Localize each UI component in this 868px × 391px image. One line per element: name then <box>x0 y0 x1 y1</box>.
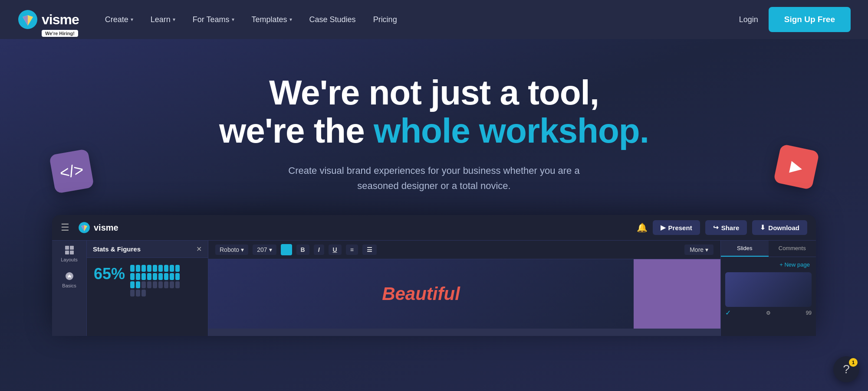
logo[interactable]: visme <box>17 9 79 30</box>
chevron-down-icon: ▾ <box>131 16 133 23</box>
person-dot <box>164 281 168 288</box>
nav-item-pricing[interactable]: Pricing <box>365 11 406 29</box>
person-dot <box>158 265 163 272</box>
person-dot <box>147 273 151 280</box>
chevron-down-icon: ▾ <box>269 246 272 253</box>
chevron-down-icon: ▾ <box>173 16 175 23</box>
hamburger-icon[interactable]: ☰ <box>61 222 69 233</box>
underline-button[interactable]: U <box>329 244 342 255</box>
canvas-area: Beautiful <box>208 259 720 329</box>
hero-subtitle: Create visual brand experiences for your… <box>282 163 586 193</box>
canvas-left: Beautiful <box>208 259 634 329</box>
logo-text: visme <box>42 12 79 28</box>
download-icon: ⬇ <box>760 224 766 231</box>
person-dot <box>153 273 157 280</box>
person-dot <box>141 281 146 288</box>
nav-item-forteams[interactable]: For Teams ▾ <box>184 11 243 29</box>
font-size-selector[interactable]: 207 ▾ <box>253 244 276 255</box>
app-topbar: ☰ visme 🔔 ▶ Present <box>52 215 816 241</box>
slide-thumbnail[interactable] <box>725 272 812 307</box>
person-dot <box>130 265 135 272</box>
italic-button[interactable]: I <box>314 244 324 255</box>
person-dot <box>147 281 151 288</box>
color-picker[interactable] <box>281 244 292 255</box>
person-dot <box>158 281 163 288</box>
svg-rect-10 <box>65 251 69 254</box>
person-dot <box>141 265 146 272</box>
svg-rect-8 <box>65 246 69 250</box>
nav-item-casestudies[interactable]: Case Studies <box>301 11 365 29</box>
person-dot <box>136 273 140 280</box>
person-dot <box>136 281 140 288</box>
chevron-down-icon: ▾ <box>241 246 244 253</box>
slides-tabs: Slides Comments <box>721 241 816 257</box>
chevron-down-icon: ▾ <box>232 16 234 23</box>
person-dot <box>175 281 180 288</box>
chevron-down-icon: ▾ <box>705 246 708 253</box>
person-dot <box>170 273 174 280</box>
tab-slides[interactable]: Slides <box>721 241 769 257</box>
app-preview: ☰ visme 🔔 ▶ Present <box>52 215 816 336</box>
person-dot <box>141 273 146 280</box>
canvas-text: Beautiful <box>382 283 460 304</box>
download-button[interactable]: ⬇ Download <box>752 220 807 235</box>
more-button[interactable]: More ▾ <box>684 244 713 255</box>
app-logo-text: visme <box>94 223 118 233</box>
app-canvas: Roboto ▾ 207 ▾ B I U ≡ ☰ More ▾ <box>208 241 720 336</box>
person-dot <box>147 265 151 272</box>
nav-item-create[interactable]: Create ▾ <box>96 11 142 29</box>
app-logo: visme <box>78 222 118 234</box>
person-dot <box>170 281 174 288</box>
list-button[interactable]: ☰ <box>362 244 377 255</box>
person-dot <box>153 265 157 272</box>
person-dot <box>141 290 146 297</box>
chat-bubble[interactable]: ? 1 <box>833 356 859 382</box>
chevron-down-icon: ▾ <box>289 16 292 23</box>
nav-right: Login Sign Up Free <box>739 7 851 32</box>
nav-left: visme We're Hiring! Create ▾ Learn ▾ For… <box>17 9 406 30</box>
person-dot <box>164 273 168 280</box>
bold-button[interactable]: B <box>296 244 309 255</box>
sidebar-item-layouts[interactable]: Layouts <box>52 241 87 267</box>
people-chart <box>130 265 182 297</box>
slide-number: 99 <box>806 310 812 316</box>
signup-button[interactable]: Sign Up Free <box>769 7 851 32</box>
notification-badge: 1 <box>849 358 858 367</box>
play-icon: ▶ <box>661 224 666 231</box>
nav-menu: Create ▾ Learn ▾ For Teams ▾ Templates ▾… <box>96 11 406 29</box>
canvas-toolbar: Roboto ▾ 207 ▾ B I U ≡ ☰ More ▾ <box>208 241 720 259</box>
slide-controls: ✓ ⚙ 99 <box>721 307 816 319</box>
svg-rect-11 <box>70 251 74 254</box>
align-button[interactable]: ≡ <box>346 244 358 255</box>
panel-title: Stats & Figures <box>93 245 141 253</box>
hero-section: </> ▶ We're not just a tool, we're the w… <box>0 39 868 391</box>
play-icon: ▶ <box>773 144 820 190</box>
share-button[interactable]: ↪ Share <box>705 220 747 235</box>
panel-content: 65% <box>87 258 208 303</box>
person-dot <box>153 281 157 288</box>
nav-item-learn[interactable]: Learn ▾ <box>142 11 184 29</box>
check-icon: ✓ <box>725 309 731 317</box>
gear-icon[interactable]: ⚙ <box>766 310 771 316</box>
login-button[interactable]: Login <box>739 15 758 24</box>
present-button[interactable]: ▶ Present <box>653 220 700 235</box>
new-page-button[interactable]: + New page <box>721 257 816 272</box>
hiring-badge[interactable]: We're Hiring! <box>42 30 78 37</box>
person-dot <box>130 281 135 288</box>
person-dot <box>130 273 135 280</box>
panel-close-button[interactable]: ✕ <box>196 245 202 253</box>
nav-item-templates[interactable]: Templates ▾ <box>243 11 301 29</box>
logo-wrap: visme We're Hiring! <box>17 9 79 30</box>
person-dot <box>136 265 140 272</box>
app-body: Layouts Basics Stats & Figures ✕ 65% <box>52 241 816 336</box>
person-dot <box>136 290 140 297</box>
hero-title: We're not just a tool, we're the whole w… <box>17 74 851 150</box>
app-topbar-left: ☰ visme <box>61 222 118 234</box>
tab-comments[interactable]: Comments <box>769 241 816 257</box>
code-icon: </> <box>49 149 94 194</box>
person-dot <box>158 273 163 280</box>
stat-number: 65% <box>94 265 125 283</box>
sidebar-item-basics[interactable]: Basics <box>52 267 87 293</box>
font-selector[interactable]: Roboto ▾ <box>215 244 248 255</box>
notification-icon[interactable]: 🔔 <box>637 222 648 233</box>
